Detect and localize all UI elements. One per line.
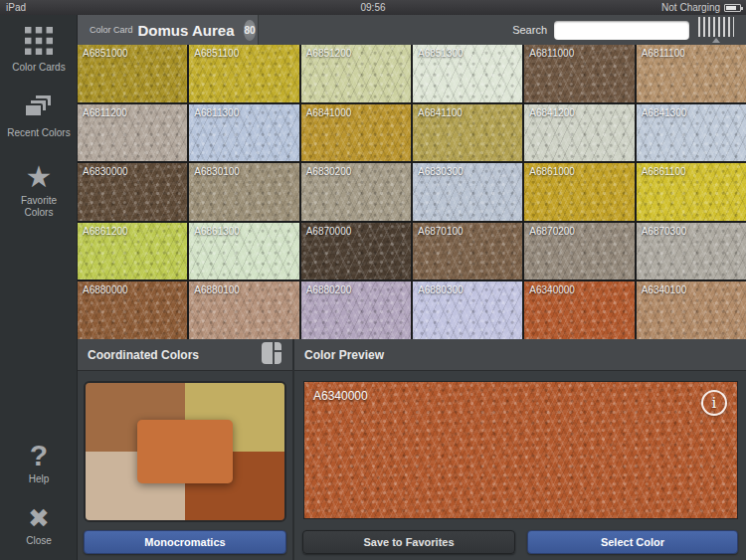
swatch-code-label: A6870000 bbox=[306, 226, 352, 237]
sidebar-item-color-cards[interactable]: Color Cards bbox=[0, 27, 78, 74]
sidebar-item-label: Help bbox=[0, 473, 78, 485]
swatch[interactable]: A6340000 bbox=[524, 281, 634, 339]
color-preview-swatch[interactable]: A6340000 i bbox=[303, 381, 738, 519]
info-icon[interactable]: i bbox=[701, 390, 727, 416]
sidebar-item-recent-colors[interactable]: Recent Colors bbox=[0, 93, 78, 139]
toolbar: Color Card Domus Aurea 80 Search bbox=[78, 15, 746, 45]
swatch-code-label: A6851100 bbox=[194, 48, 239, 59]
swatch[interactable]: A6861300 bbox=[189, 223, 298, 280]
grid-icon bbox=[0, 27, 78, 59]
swatch-code-label: A6811200 bbox=[83, 107, 127, 118]
bottom-area: Coordinated Colors Monocromatics bbox=[78, 339, 746, 560]
swatch[interactable]: A6830000 bbox=[78, 163, 187, 221]
swatch[interactable]: A6870200 bbox=[524, 223, 634, 280]
swatch[interactable]: A6851000 bbox=[78, 45, 187, 102]
swatch-code-label: A6841200 bbox=[529, 107, 575, 118]
coordinated-colors-header: Coordinated Colors bbox=[78, 339, 292, 371]
swatch-code-label: A6851200 bbox=[306, 48, 352, 59]
swatch[interactable]: A6811000 bbox=[524, 45, 634, 102]
save-to-favorites-button[interactable]: Save to Favorites bbox=[302, 530, 515, 554]
status-time: 09:56 bbox=[0, 2, 746, 13]
swatch-code-label: A6851000 bbox=[83, 48, 128, 59]
swatch[interactable]: A6880100 bbox=[189, 281, 298, 339]
coordinated-colors-panel: Coordinated Colors Monocromatics bbox=[78, 339, 292, 560]
swatch-code-label: A6811300 bbox=[194, 107, 239, 118]
monochromatics-button[interactable]: Monocromatics bbox=[84, 530, 286, 554]
close-icon: ✖ bbox=[0, 504, 78, 532]
swatch[interactable]: A6841000 bbox=[301, 104, 411, 162]
swatch-code-label: A6340100 bbox=[642, 284, 687, 295]
swatch-code-label: A6870200 bbox=[529, 226, 575, 237]
sidebar-item-label: Close bbox=[0, 535, 78, 547]
barcode-scanner-icon[interactable] bbox=[696, 16, 736, 44]
swatch[interactable]: A6861000 bbox=[524, 163, 634, 221]
swatch[interactable]: A6830300 bbox=[413, 163, 522, 221]
swatch-code-label: A6841300 bbox=[642, 107, 687, 118]
swatch-code-label: A6811100 bbox=[642, 48, 685, 59]
swatch-code-label: A6870100 bbox=[418, 226, 464, 237]
swatch-code-label: A6830000 bbox=[83, 166, 128, 177]
sidebar-item-close[interactable]: ✖ Close bbox=[0, 504, 78, 547]
swatch-code-label: A6851300 bbox=[418, 48, 464, 59]
swatch[interactable]: A6841200 bbox=[524, 104, 634, 162]
swatch[interactable]: A6830200 bbox=[301, 163, 411, 221]
app-window: iPad 09:56 Not Charging Color Cards bbox=[0, 0, 746, 560]
sidebar-item-help[interactable]: ? Help bbox=[0, 441, 78, 485]
swatch[interactable]: A6841300 bbox=[637, 104, 746, 162]
layout-grid-icon[interactable] bbox=[261, 341, 282, 369]
swatch-code-label: A6880100 bbox=[194, 284, 240, 295]
coordinated-palette[interactable] bbox=[84, 381, 286, 522]
search-label: Search bbox=[512, 24, 547, 36]
swatch[interactable]: A6811200 bbox=[78, 104, 187, 162]
swatch[interactable]: A6870300 bbox=[637, 223, 746, 280]
sidebar-item-label: Recent Colors bbox=[0, 127, 78, 139]
swatch[interactable]: A6340100 bbox=[637, 281, 746, 339]
swatch[interactable]: A6811100 bbox=[637, 45, 746, 102]
swatch[interactable]: A6880300 bbox=[413, 281, 522, 339]
swatch-code-label: A6841000 bbox=[306, 107, 352, 118]
swatch-code-label: A6830100 bbox=[194, 166, 240, 177]
swatch-code-label: A6841100 bbox=[418, 107, 463, 118]
chevron-up-icon bbox=[712, 38, 720, 43]
help-icon: ? bbox=[0, 441, 78, 470]
swatch[interactable]: A6811300 bbox=[189, 104, 298, 162]
sidebar-item-favorite-colors[interactable]: ★ Favorite Colors bbox=[0, 162, 78, 219]
color-count-badge: 80 bbox=[244, 20, 255, 41]
swatch[interactable]: A6870000 bbox=[301, 223, 411, 280]
swatch-code-label: A6870300 bbox=[642, 226, 687, 237]
select-color-button[interactable]: Select Color bbox=[527, 530, 738, 554]
barcode-bars bbox=[698, 17, 734, 37]
preview-color-code: A6340000 bbox=[313, 389, 368, 403]
swatch[interactable]: A6851200 bbox=[301, 45, 411, 102]
search-input[interactable] bbox=[554, 21, 689, 40]
swatch[interactable]: A6880000 bbox=[78, 281, 187, 339]
swatch[interactable]: A6851100 bbox=[189, 45, 298, 102]
swatch[interactable]: A6830100 bbox=[189, 163, 298, 221]
swatch[interactable]: A6851300 bbox=[413, 45, 522, 102]
sidebar-item-label: Favorite Colors bbox=[0, 195, 78, 219]
layers-icon bbox=[0, 93, 78, 124]
swatch[interactable]: A6861200 bbox=[78, 223, 187, 280]
swatch-grid: A6851000A6851100A6851200A6851300A6811000… bbox=[78, 45, 746, 339]
color-card-name: Domus Aurea bbox=[138, 22, 235, 39]
coordinated-colors-title: Coordinated Colors bbox=[88, 348, 199, 362]
swatch[interactable]: A6841100 bbox=[413, 104, 522, 162]
swatch-code-label: A6861100 bbox=[642, 166, 686, 177]
swatch[interactable]: A6861100 bbox=[637, 163, 746, 221]
swatch-code-label: A6830300 bbox=[418, 166, 464, 177]
sidebar-item-label: Color Cards bbox=[0, 62, 78, 74]
status-battery-text: Not Charging bbox=[661, 2, 720, 13]
swatch-code-label: A6340000 bbox=[529, 284, 575, 295]
swatch[interactable]: A6870100 bbox=[413, 223, 522, 280]
status-bar: iPad 09:56 Not Charging bbox=[0, 0, 746, 15]
palette-center-swatch bbox=[137, 420, 233, 482]
color-preview-title: Color Preview bbox=[304, 348, 384, 362]
swatch-code-label: A6880200 bbox=[306, 284, 352, 295]
swatch[interactable]: A6880200 bbox=[301, 281, 411, 339]
battery-icon bbox=[724, 4, 741, 12]
sidebar: Color Cards Recent Colors ★ Favorite Col… bbox=[0, 15, 78, 560]
color-preview-panel: Color Preview A6340000 i Save to Favorit… bbox=[294, 339, 746, 560]
swatch-code-label: A6811000 bbox=[529, 48, 574, 59]
color-card-selector[interactable]: Color Card Domus Aurea 80 bbox=[78, 15, 259, 45]
color-preview-header: Color Preview bbox=[294, 339, 746, 371]
